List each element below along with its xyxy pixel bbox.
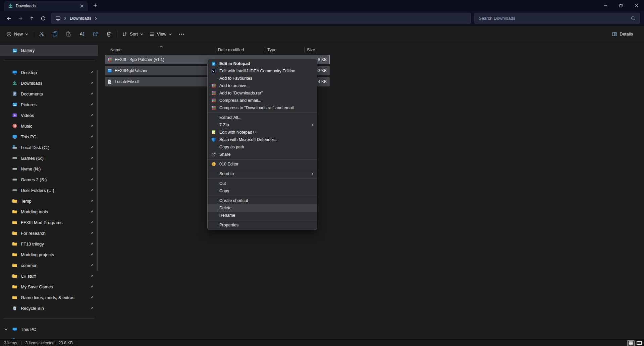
forward-button[interactable] — [15, 13, 26, 24]
drive-icon — [12, 155, 17, 161]
menu-item-copy-as-path[interactable]: Copy as path — [208, 143, 317, 151]
menu-item-7-zip[interactable]: 7-Zip — [208, 121, 317, 129]
tab-close-icon[interactable] — [78, 2, 86, 10]
menu-item-cut[interactable]: Cut — [208, 180, 317, 187]
sidebar-item-modding-projects[interactable]: Modding projects — [0, 249, 98, 260]
sidebar-item-games-2-s[interactable]: Games 2 (S:) — [0, 174, 98, 185]
sidebar-item-local-disk-c[interactable]: Local Disk (C:) — [0, 142, 98, 153]
selected-count: 3 items selected — [25, 341, 55, 345]
share-button[interactable] — [89, 28, 102, 40]
explorer-tab[interactable]: Downloads — [4, 1, 88, 11]
drive-icon — [12, 166, 17, 171]
menu-item-copy[interactable]: Copy — [208, 187, 317, 195]
sidebar-item-videos[interactable]: Videos — [0, 110, 98, 121]
diskc-icon — [12, 145, 17, 150]
sidebar-item-nvme-n[interactable]: Nvme (N:) — [0, 163, 98, 174]
sidebar-item-music[interactable]: Music — [0, 121, 98, 131]
menu-item-send-to[interactable]: Send to — [208, 170, 317, 178]
details-pane-button[interactable]: Details — [609, 28, 636, 40]
cut-icon — [39, 31, 45, 37]
sidebar-item-common[interactable]: common — [0, 260, 98, 271]
breadcrumb[interactable]: Downloads — [51, 13, 471, 24]
sidebar-item-modding-tools[interactable]: Modding tools — [0, 206, 98, 217]
details-view-button[interactable] — [627, 340, 635, 346]
up-button[interactable] — [26, 13, 38, 24]
menu-item-rename[interactable]: Rename — [208, 212, 317, 219]
chevron-down-icon — [169, 33, 172, 35]
column-divider[interactable] — [216, 47, 216, 53]
sidebar-item-user-folders-u[interactable]: User Folders (U:) — [0, 185, 98, 196]
column-header-date-modified[interactable]: Date modified — [216, 48, 264, 52]
sidebar-item-games-g[interactable]: Games (G:) — [0, 153, 98, 163]
cut-button[interactable] — [35, 28, 48, 40]
chevron-down-icon — [25, 33, 28, 35]
delete-button[interactable] — [102, 28, 115, 40]
menu-item-edit-with-notepad[interactable]: Edit with Notepad++ — [208, 129, 317, 136]
menu-item-extract-all[interactable]: Extract All... — [208, 114, 317, 121]
menu-item-edit-with-intellij-idea-community-editio[interactable]: Edit with IntelliJ IDEA Community Editio… — [208, 67, 317, 75]
sidebar-item-documents[interactable]: Documents — [0, 88, 98, 99]
thumbnails-view-button[interactable] — [636, 341, 642, 345]
sidebar-item-downloads[interactable]: Downloads — [0, 78, 98, 88]
sort-button[interactable]: Sort — [119, 28, 146, 40]
menu-item-compress-and-email[interactable]: Compress and email... — [208, 97, 317, 104]
sidebar-item-game-fixes-mods-extras[interactable]: Game fixes, mods, & extras — [0, 292, 98, 303]
column-divider[interactable] — [264, 47, 264, 53]
column-divider[interactable] — [304, 47, 305, 53]
folder-icon — [12, 220, 17, 225]
minimize-button[interactable] — [598, 0, 613, 11]
column-header-size[interactable]: Size — [304, 48, 330, 52]
sidebar-item-ff13-trilogy[interactable]: FF13 trilogy — [0, 238, 98, 249]
new-button[interactable]: New — [3, 28, 31, 40]
file-list: FFXIII - 4gb Patcher (v1.1) 8 KB FFXIII4… — [105, 55, 644, 86]
chevron-down-icon — [140, 33, 143, 35]
back-button[interactable] — [3, 13, 15, 24]
menu-item-create-shortcut[interactable]: Create shortcut — [208, 197, 317, 204]
menu-item-010-editor[interactable]: 010 Editor — [208, 160, 317, 168]
menu-item-add-to-downloads-rar[interactable]: Add to "Downloads.rar" — [208, 89, 317, 97]
menu-item-delete[interactable]: Delete — [208, 204, 317, 212]
folder-icon — [12, 209, 17, 214]
column-header-name[interactable]: Name — [105, 48, 216, 52]
sidebar-item-temp[interactable]: Temp — [0, 196, 98, 206]
chevron-down-icon[interactable] — [4, 328, 8, 331]
menu-item-edit-in-notepad[interactable]: Edit in Notepad — [208, 60, 317, 67]
sidebar-item-for-research[interactable]: For research — [0, 228, 98, 238]
more-options-button[interactable] — [175, 28, 188, 40]
tree-item-this-pc[interactable]: This PC — [0, 324, 98, 335]
pin-icon — [90, 113, 94, 118]
sidebar-item-desktop[interactable]: Desktop — [0, 67, 98, 78]
menu-item-add-to-archive[interactable]: Add to archive... — [208, 82, 317, 89]
menu-item-scan-with-microsoft-defender[interactable]: Scan with Microsoft Defender... — [208, 136, 317, 143]
close-button[interactable] — [629, 0, 644, 11]
sidebar-item-my-save-games[interactable]: My Save Games — [0, 281, 98, 292]
menu-item-add-to-favourites[interactable]: Add to Favourites — [208, 75, 317, 82]
sidebar-scrollbar[interactable] — [97, 70, 98, 271]
search-icon[interactable] — [631, 16, 636, 21]
menu-item-properties[interactable]: Properties — [208, 221, 317, 229]
view-button[interactable]: View — [146, 28, 175, 40]
breadcrumb-location[interactable]: Downloads — [70, 16, 91, 21]
sidebar-item-recycle-bin[interactable]: Recycle Bin — [0, 303, 98, 314]
sidebar-item-gallery[interactable]: Gallery — [0, 45, 98, 56]
menu-item-compress-to-downloads-rar-and-email[interactable]: Compress to "Downloads.rar" and email — [208, 104, 317, 112]
tab-title: Downloads — [16, 4, 36, 8]
menu-separator — [208, 196, 317, 196]
pictures-icon — [12, 102, 17, 107]
refresh-button[interactable] — [38, 13, 49, 24]
sidebar-item-ffxiii-mod-programs[interactable]: FFXIII Mod Programs — [0, 217, 98, 228]
rename-button[interactable] — [75, 28, 89, 40]
copy-button[interactable] — [48, 28, 62, 40]
column-header-type[interactable]: Type — [264, 48, 304, 52]
new-tab-button[interactable] — [91, 1, 99, 9]
sidebar-item-pictures[interactable]: Pictures — [0, 99, 98, 110]
restore-button[interactable] — [613, 0, 629, 11]
editor010-icon — [211, 161, 216, 167]
menu-item-share[interactable]: Share — [208, 151, 317, 158]
paste-button[interactable] — [62, 28, 75, 40]
sidebar-item-this-pc[interactable]: This PC — [0, 131, 98, 142]
thispc-icon — [12, 134, 17, 139]
sidebar-item-c-stuff[interactable]: C# stuff — [0, 271, 98, 281]
search-input[interactable] — [479, 16, 631, 21]
pin-icon — [90, 145, 94, 150]
